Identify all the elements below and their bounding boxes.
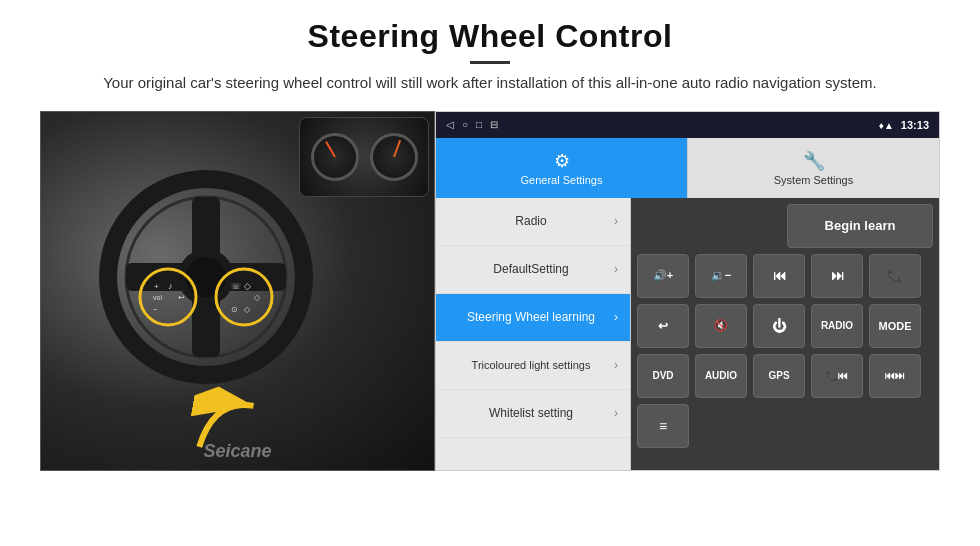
page-title: Steering Wheel Control <box>40 18 940 55</box>
menu-icon: ⊟ <box>490 119 498 130</box>
gauge-needle-right <box>393 139 401 157</box>
audio-label: AUDIO <box>705 370 737 381</box>
control-row-top: Begin learn <box>637 204 933 248</box>
svg-text:♪: ♪ <box>168 281 173 291</box>
title-divider <box>470 61 510 64</box>
menu-item-whitelist[interactable]: Whitelist setting › <box>436 390 630 438</box>
phone-button[interactable]: 📞 <box>869 254 921 298</box>
empty-space <box>637 204 781 248</box>
menu-list: Radio › DefaultSetting › Steering Wheel … <box>436 198 631 470</box>
svg-text:⊙: ⊙ <box>231 305 238 314</box>
chevron-tricolour: › <box>614 358 618 372</box>
vol-down-button[interactable]: 🔉− <box>695 254 747 298</box>
svg-text:−: − <box>153 305 158 314</box>
prev-track-button[interactable]: ⏮ <box>753 254 805 298</box>
clock: 13:13 <box>901 119 929 131</box>
car-background: + vol − ♪ ↩ ☏ ◇ ◇ ⊙ ◇ <box>41 112 434 470</box>
hang-up-icon: ↩ <box>658 319 668 333</box>
page-subtitle: Your original car's steering wheel contr… <box>100 72 880 95</box>
gauge-needle-left <box>325 140 336 157</box>
mute-icon: 🔇 <box>714 319 728 332</box>
chevron-steering: › <box>614 310 618 324</box>
back-icon: ◁ <box>446 119 454 130</box>
tab-general-label: General Settings <box>521 174 603 186</box>
skip-button[interactable]: ⏮⏭ <box>869 354 921 398</box>
status-nav-icons: ◁ ○ □ ⊟ <box>446 119 498 130</box>
begin-learn-button[interactable]: Begin learn <box>787 204 933 248</box>
menu-default-label: DefaultSetting <box>448 262 614 276</box>
phone-prev-icon: 📞⏮ <box>826 370 848 381</box>
tab-general-settings[interactable]: ⚙ General Settings <box>436 138 687 198</box>
dvd-button[interactable]: DVD <box>637 354 689 398</box>
chevron-default: › <box>614 262 618 276</box>
phone-icon: 📞 <box>887 268 903 283</box>
control-row-1: 🔊+ 🔉− ⏮ ⏭ 📞 <box>637 254 933 298</box>
radio-label: RADIO <box>821 320 853 331</box>
control-row-2: ↩ 🔇 ⏻ RADIO MODE <box>637 304 933 348</box>
vol-up-icon: 🔊+ <box>653 269 673 282</box>
mute-button[interactable]: 🔇 <box>695 304 747 348</box>
menu-tricolour-label: Tricoloured light settings <box>448 358 614 372</box>
control-panel: Begin learn 🔊+ 🔉− ⏮ <box>631 198 939 470</box>
dvd-label: DVD <box>652 370 673 381</box>
gps-button[interactable]: GPS <box>753 354 805 398</box>
status-bar: ◁ ○ □ ⊟ ♦▲ 13:13 <box>436 112 939 138</box>
audio-button[interactable]: AUDIO <box>695 354 747 398</box>
vol-up-button[interactable]: 🔊+ <box>637 254 689 298</box>
title-section: Steering Wheel Control Your original car… <box>40 18 940 95</box>
power-button[interactable]: ⏻ <box>753 304 805 348</box>
menu-whitelist-label: Whitelist setting <box>448 406 614 420</box>
next-track-button[interactable]: ⏭ <box>811 254 863 298</box>
svg-text:+: + <box>154 282 159 291</box>
tab-system-label: System Settings <box>774 174 853 186</box>
gps-label: GPS <box>768 370 789 381</box>
menu-steering-label: Steering Wheel learning <box>448 310 614 324</box>
svg-text:◇: ◇ <box>244 305 251 314</box>
steering-wheel-svg: + vol − ♪ ↩ ☏ ◇ ◇ ⊙ ◇ <box>96 167 316 387</box>
car-image-panel: + vol − ♪ ↩ ☏ ◇ ◇ ⊙ ◇ <box>40 111 435 471</box>
hang-up-button[interactable]: ↩ <box>637 304 689 348</box>
prev-icon: ⏮ <box>773 268 786 283</box>
svg-text:vol: vol <box>153 294 162 301</box>
page-container: Steering Wheel Control Your original car… <box>0 0 980 546</box>
list-button[interactable]: ≡ <box>637 404 689 448</box>
chevron-radio: › <box>614 214 618 228</box>
control-row-3: DVD AUDIO GPS 📞⏮ ⏮⏭ <box>637 354 933 398</box>
phone-prev-button[interactable]: 📞⏮ <box>811 354 863 398</box>
menu-item-tricolour[interactable]: Tricoloured light settings › <box>436 342 630 390</box>
watermark-text: Seicane <box>203 441 271 462</box>
wifi-icon: ♦▲ <box>879 120 894 131</box>
vol-down-icon: 🔉− <box>711 269 731 282</box>
recents-icon: □ <box>476 119 482 130</box>
power-icon: ⏻ <box>772 318 786 334</box>
svg-point-7 <box>186 257 226 297</box>
status-right-area: ♦▲ 13:13 <box>879 119 929 131</box>
gear-icon: ⚙ <box>554 150 570 172</box>
menu-item-radio[interactable]: Radio › <box>436 198 630 246</box>
skip-icon: ⏮⏭ <box>885 370 905 381</box>
next-icon: ⏭ <box>831 268 844 283</box>
gauge-left <box>311 133 359 181</box>
mode-label: MODE <box>879 320 912 332</box>
svg-text:↩: ↩ <box>178 293 185 302</box>
android-panel: ◁ ○ □ ⊟ ♦▲ 13:13 ⚙ General Settings 🔧 <box>435 111 940 471</box>
menu-item-steering[interactable]: Steering Wheel learning › <box>436 294 630 342</box>
gauge-right <box>370 133 418 181</box>
chevron-whitelist: › <box>614 406 618 420</box>
list-icon: ≡ <box>659 418 667 434</box>
radio-button[interactable]: RADIO <box>811 304 863 348</box>
top-tabs: ⚙ General Settings 🔧 System Settings <box>436 138 939 198</box>
control-row-4: ≡ <box>637 404 933 448</box>
svg-text:☏: ☏ <box>231 282 241 291</box>
tab-system-settings[interactable]: 🔧 System Settings <box>687 138 939 198</box>
mode-button[interactable]: MODE <box>869 304 921 348</box>
menu-item-default[interactable]: DefaultSetting › <box>436 246 630 294</box>
main-content: Radio › DefaultSetting › Steering Wheel … <box>436 198 939 470</box>
svg-text:◇: ◇ <box>254 293 261 302</box>
system-icon: 🔧 <box>803 150 825 172</box>
svg-text:◇: ◇ <box>244 281 251 291</box>
home-icon: ○ <box>462 119 468 130</box>
dashboard-gauges <box>299 117 429 197</box>
menu-radio-label: Radio <box>448 214 614 228</box>
content-area: + vol − ♪ ↩ ☏ ◇ ◇ ⊙ ◇ <box>40 111 940 471</box>
